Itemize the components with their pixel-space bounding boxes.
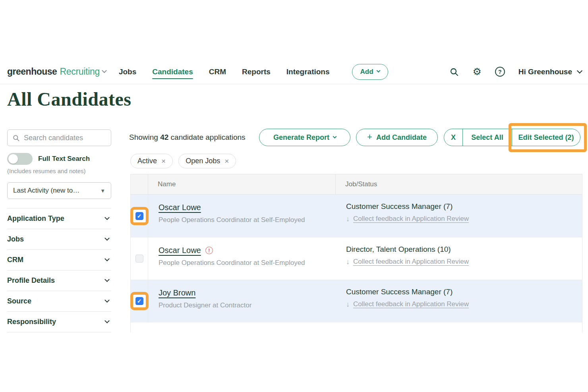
candidate-name-link[interactable]: Oscar Lowe (159, 203, 201, 212)
candidate-name-link[interactable]: Oscar Lowe (159, 246, 201, 255)
candidate-cell: Oscar Lowe ! People Operations Coordinat… (148, 195, 336, 237)
candidate-subtitle: People Operations Coordinator at Self-Em… (159, 216, 336, 224)
greenhouse-logo[interactable]: greenhouse Recruiting (7, 66, 106, 77)
chevron-down-icon (333, 134, 337, 138)
header-checkbox-column (131, 174, 148, 194)
plus-icon: + (367, 133, 372, 141)
selection-actions: X Select All Edit Selected (2) (444, 129, 580, 146)
candidate-subtitle: People Operations Coordinator at Self-Em… (159, 259, 336, 267)
job-status-cell: Customer Success Manager (7) ↓ Collect f… (336, 280, 582, 322)
nav-item-integrations[interactable]: Integrations (286, 68, 330, 76)
chevron-down-icon (104, 297, 110, 303)
edit-selected-button[interactable]: Edit Selected (2) (512, 129, 580, 146)
filter-section-crm[interactable]: CRM (7, 249, 111, 270)
caret-down-icon: ▼ (100, 188, 105, 194)
row-checkbox-cell: ✓ (131, 195, 148, 237)
full-text-search-label: Full Text Search (38, 155, 90, 163)
top-navbar: greenhouse Recruiting Jobs Candidates CR… (0, 60, 588, 84)
candidate-cell: Joy Brown ! Product Designer at Contract… (148, 280, 336, 322)
search-input[interactable] (24, 134, 106, 142)
toggle-knob (8, 154, 18, 164)
generate-report-button[interactable]: Generate Report (259, 129, 350, 146)
nav-item-candidates[interactable]: Candidates (152, 68, 193, 76)
arrow-down-icon: ↓ (346, 215, 350, 222)
chevron-down-icon (104, 318, 110, 323)
full-text-search-row: Full Text Search (7, 153, 111, 165)
close-icon[interactable]: × (224, 157, 229, 165)
clear-selection-button[interactable]: X (444, 129, 462, 146)
row-checkbox[interactable]: ✓ (135, 212, 143, 220)
candidate-cell: Oscar Lowe ! People Operations Coordinat… (148, 238, 336, 280)
applied-filter-chips: Active × Open Jobs × (130, 154, 236, 168)
user-menu[interactable]: Hi Greenhouse (518, 68, 582, 76)
full-text-search-toggle[interactable] (7, 153, 33, 165)
status-link[interactable]: Collect feedback in Application Review (353, 215, 469, 223)
header-job-status: Job/Status (336, 174, 582, 194)
results-count: Showing 42 candidate applications (129, 129, 246, 146)
table-row: Oscar Lowe ! People Operations Coordinat… (131, 237, 582, 280)
chevron-down-icon (104, 236, 110, 241)
add-candidate-button[interactable]: + Add Candidate (356, 129, 438, 146)
chevron-down-icon (104, 215, 110, 220)
main-nav: Jobs Candidates CRM Reports Integrations (119, 68, 330, 76)
page-title: All Candidates (7, 88, 131, 110)
chevron-down-icon (376, 69, 380, 73)
row-checkbox[interactable] (135, 255, 143, 263)
user-menu-label: Hi Greenhouse (518, 68, 572, 76)
candidate-subtitle: Product Designer at Contractor (159, 301, 336, 309)
filters-sidebar: Full Text Search (Includes resumes and n… (7, 129, 111, 332)
filter-section-profile-details[interactable]: Profile Details (7, 270, 111, 291)
table-row: ✓ Oscar Lowe ! People Operations Coordin… (131, 195, 582, 237)
warning-icon: ! (205, 247, 213, 254)
job-title: Customer Success Manager (7) (346, 288, 582, 296)
status-link[interactable]: Collect feedback in Application Review (353, 258, 469, 266)
status-link[interactable]: Collect feedback in Application Review (353, 300, 469, 308)
job-title: Customer Success Manager (7) (346, 202, 582, 211)
chevron-down-icon (102, 68, 107, 73)
header-name: Name (148, 174, 336, 194)
table-row-partial (131, 322, 582, 332)
nav-item-crm[interactable]: CRM (209, 68, 226, 76)
results-count-number: 42 (160, 133, 168, 141)
nav-item-jobs[interactable]: Jobs (119, 68, 136, 76)
select-all-button[interactable]: Select All (462, 129, 512, 146)
arrow-down-icon: ↓ (346, 258, 350, 265)
navbar-right: ⚙ ? Hi Greenhouse (449, 67, 582, 77)
add-button-label: Add (360, 68, 373, 76)
filter-section-application-type[interactable]: Application Type (7, 208, 111, 229)
filter-section-responsibility[interactable]: Responsibility (7, 311, 111, 332)
job-title: Director, Talent Operations (10) (346, 245, 582, 254)
help-icon[interactable]: ? (495, 67, 505, 77)
filter-chip-open-jobs[interactable]: Open Jobs × (178, 154, 236, 168)
arrow-down-icon: ↓ (346, 301, 350, 308)
candidate-search-box (7, 129, 111, 146)
filter-sections: Application Type Jobs CRM Profile Detail… (7, 208, 111, 332)
logo-wordmark: greenhouse (7, 66, 57, 77)
sort-dropdown[interactable]: Last Activity (new to… ▼ (7, 182, 111, 199)
close-icon[interactable]: × (161, 157, 166, 165)
candidates-table: Name Job/Status ✓ Oscar Lowe ! People Op… (130, 174, 582, 332)
chevron-down-icon (104, 277, 110, 282)
sort-dropdown-value: Last Activity (new to… (13, 187, 79, 195)
filter-section-source[interactable]: Source (7, 291, 111, 311)
search-icon (12, 134, 20, 142)
row-checkbox-cell (131, 238, 148, 280)
table-header: Name Job/Status (131, 174, 582, 195)
full-text-search-caption: (Includes resumes and notes) (7, 168, 111, 174)
filter-section-jobs[interactable]: Jobs (7, 229, 111, 249)
job-status-cell: Customer Success Manager (7) ↓ Collect f… (336, 195, 582, 237)
nav-item-reports[interactable]: Reports (242, 68, 271, 76)
row-checkbox-cell: ✓ (131, 280, 148, 322)
row-checkbox[interactable]: ✓ (135, 297, 143, 305)
search-icon[interactable] (449, 67, 459, 77)
table-row: ✓ Joy Brown ! Product Designer at Contra… (131, 280, 582, 322)
add-button[interactable]: Add (352, 64, 388, 80)
candidate-name-link[interactable]: Joy Brown (159, 288, 195, 297)
job-status-cell: Director, Talent Operations (10) ↓ Colle… (336, 238, 582, 280)
gear-icon[interactable]: ⚙ (472, 67, 481, 77)
chevron-down-icon (104, 256, 110, 261)
chevron-down-icon (577, 68, 582, 73)
filter-chip-active[interactable]: Active × (130, 154, 173, 168)
logo-product: Recruiting (60, 66, 100, 77)
